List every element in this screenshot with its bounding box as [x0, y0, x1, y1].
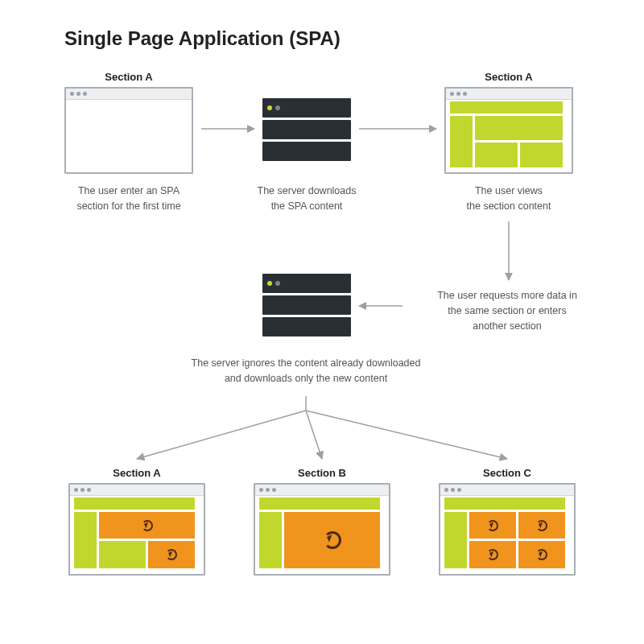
refresh-icon [536, 520, 547, 531]
server-unit [262, 317, 351, 336]
server-1 [262, 98, 351, 161]
browser-empty [64, 87, 193, 174]
content-block [74, 497, 195, 510]
refresh-block [284, 512, 380, 568]
window-dot-icon [259, 488, 263, 492]
window-dot-icon [87, 488, 91, 492]
label-section-a-2: Section A [444, 71, 573, 83]
window-dot-icon [463, 92, 467, 96]
window-dot-icon [456, 92, 460, 96]
refresh-icon [487, 520, 498, 531]
content-block [444, 497, 565, 510]
content-block [259, 497, 380, 510]
content-block [520, 142, 563, 167]
browser-section-a [68, 483, 205, 576]
server-unit [262, 274, 351, 293]
window-dot-icon [74, 488, 78, 492]
caption-step5: The server ignores the content already d… [169, 356, 443, 386]
content-block [475, 142, 518, 167]
label-section-a-3: Section A [68, 467, 205, 479]
browser-loaded [444, 87, 573, 174]
caption-step3: The user views the section content [444, 184, 573, 214]
label-section-a-1: Section A [64, 71, 193, 83]
titlebar [440, 485, 574, 496]
content-block [450, 116, 473, 167]
window-dot-icon [76, 92, 80, 96]
window-dot-icon [272, 488, 276, 492]
refresh-block [469, 512, 516, 539]
label-section-b: Section B [254, 467, 390, 479]
refresh-block [518, 512, 565, 539]
led-icon [275, 105, 280, 110]
svg-line-5 [137, 411, 306, 459]
refresh-block [469, 541, 516, 568]
server-unit [262, 98, 351, 118]
content-block [475, 116, 563, 140]
led-icon [275, 281, 280, 286]
browser-section-c [439, 483, 576, 576]
titlebar [70, 485, 204, 496]
window-dot-icon [83, 92, 87, 96]
refresh-icon [142, 520, 153, 531]
content-block [259, 512, 282, 568]
refresh-block [99, 512, 195, 539]
caption-step2: The server downloads the SPA content [242, 184, 372, 214]
content-block [99, 541, 146, 568]
caption-step1: The user enter an SPA section for the fi… [56, 184, 201, 214]
server-unit [262, 295, 351, 315]
refresh-block [148, 541, 195, 568]
caption-step4: The user requests more data in the same … [411, 288, 604, 333]
content-block [444, 512, 467, 568]
titlebar [446, 89, 572, 100]
led-icon [267, 281, 272, 286]
refresh-icon [487, 549, 498, 560]
led-icon [267, 105, 272, 110]
page-title: Single Page Application (SPA) [64, 27, 341, 50]
svg-line-7 [306, 411, 507, 459]
titlebar [255, 485, 389, 496]
server-unit [262, 120, 351, 139]
server-2 [262, 274, 351, 336]
window-dot-icon [451, 488, 455, 492]
refresh-icon [324, 531, 341, 549]
svg-line-6 [306, 411, 322, 459]
window-dot-icon [266, 488, 270, 492]
content-block [74, 512, 97, 568]
window-dot-icon [450, 92, 454, 96]
server-unit [262, 142, 351, 161]
refresh-block [518, 541, 565, 568]
label-section-c: Section C [439, 467, 576, 479]
refresh-icon [166, 549, 177, 560]
window-dot-icon [80, 488, 85, 492]
window-dot-icon [70, 92, 74, 96]
titlebar [66, 89, 192, 100]
refresh-icon [536, 549, 547, 560]
window-dot-icon [444, 488, 448, 492]
browser-section-b [254, 483, 390, 576]
window-dot-icon [457, 488, 461, 492]
content-block [450, 101, 563, 114]
